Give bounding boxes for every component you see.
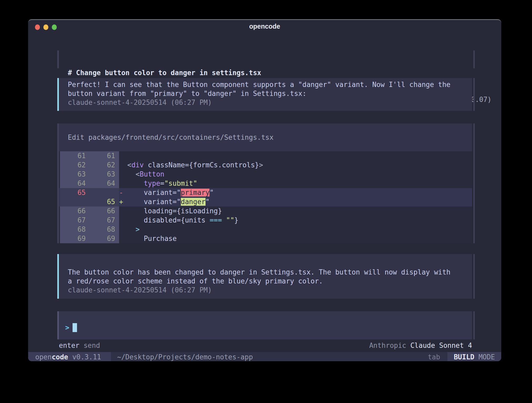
- gutter-new-line-number: [89, 188, 119, 197]
- mode-key: BUILD: [454, 352, 474, 361]
- diff-code-line: Purchase: [119, 234, 177, 243]
- assistant-message: Perfect! I can see that the Button compo…: [59, 78, 472, 111]
- diff-row: 6868 >: [59, 225, 472, 234]
- prompt-input[interactable]: >: [59, 311, 472, 339]
- diff-row: 65+ variant="danger": [59, 197, 472, 206]
- desktop-background: opencode # Change button color to danger…: [0, 0, 532, 403]
- gutter-old-line-number: 63: [60, 170, 89, 179]
- diff-code-line: loading={isLoading}: [119, 206, 222, 216]
- app-version-segment: opencode v0.3.11: [28, 352, 111, 361]
- gutter-new-line-number: 64: [89, 179, 119, 188]
- model-label: Claude Sonnet 4: [410, 341, 472, 350]
- gutter-old-line-number: 68: [60, 225, 89, 234]
- edit-tool-block: Edit packages/frontend/src/containers/Se…: [59, 123, 472, 243]
- gutter-new-line-number: 61: [89, 151, 119, 161]
- message-scroll-mark: [473, 78, 475, 111]
- enter-key-hint: enter: [59, 341, 79, 350]
- gutter-old-line-number: 66: [60, 206, 89, 216]
- diff-row: 6666 loading={isLoading}: [59, 206, 472, 216]
- message-line: button variant from "primary" to "danger…: [68, 89, 472, 98]
- input-scroll-mark: [473, 311, 475, 339]
- message-line: The button color has been changed to dan…: [68, 268, 472, 277]
- window-title: opencode: [28, 23, 501, 30]
- text-cursor: [73, 323, 77, 332]
- gutter-new-line-number: 66: [89, 206, 119, 216]
- message-line: Perfect! I can see that the Button compo…: [68, 80, 472, 89]
- gutter-old-line-number: 62: [60, 161, 89, 170]
- status-bar: opencode v0.3.11 ~/Desktop/Projects/demo…: [28, 352, 501, 361]
- diff-code-line: - variant="primary": [119, 188, 214, 197]
- window-titlebar[interactable]: opencode: [28, 20, 501, 35]
- header-left-rule: [57, 50, 59, 68]
- diff-code-line: disabled={units === ""}: [119, 216, 238, 225]
- gutter-new-line-number: 62: [89, 161, 119, 170]
- message-meta: claude-sonnet-4-20250514 (06:27 PM): [68, 98, 472, 107]
- diff-row: 6767 disabled={units === ""}: [59, 216, 472, 225]
- gutter-new-line-number: 65: [89, 197, 119, 206]
- session-title: # Change button color to danger in setti…: [68, 68, 492, 77]
- diff-row: 6161: [59, 151, 472, 161]
- assistant-message: The button color has been changed to dan…: [59, 254, 472, 299]
- app-name-code: code: [52, 352, 68, 361]
- gutter-old-line-number: 69: [60, 234, 89, 243]
- gutter-old-line-number: [60, 197, 89, 206]
- mode-label: MODE: [478, 352, 495, 361]
- diff-code-line: <Button: [119, 170, 164, 179]
- app-name-open: open: [35, 352, 52, 361]
- diff-code-line: type="submit": [119, 179, 197, 188]
- gutter-old-line-number: 67: [60, 216, 89, 225]
- gutter-new-line-number: 68: [89, 225, 119, 234]
- diff-code-line: >: [119, 225, 140, 234]
- diff-scroll-mark: [473, 123, 475, 243]
- diff-row: 6363 <Button: [59, 170, 472, 179]
- send-action-hint: send: [84, 341, 100, 350]
- edit-file-path: Edit packages/frontend/src/containers/Se…: [59, 123, 472, 151]
- diff-code-line: + variant="danger": [119, 197, 209, 206]
- diff-row: 65- variant="primary": [59, 188, 472, 197]
- mode-toggle[interactable]: BUILD MODE: [447, 352, 501, 361]
- gutter-old-line-number: 64: [60, 179, 89, 188]
- diff-row: 6969 Purchase: [59, 234, 472, 243]
- gutter-old-line-number: 65: [60, 188, 89, 197]
- diff-code-line: <div className={formCs.controls}>: [119, 161, 263, 170]
- gutter-new-line-number: 67: [89, 216, 119, 225]
- gutter-new-line-number: 63: [89, 170, 119, 179]
- message-line: a red/rose color scheme instead of the b…: [68, 277, 472, 286]
- app-version: v0.3.11: [72, 352, 101, 361]
- gutter-new-line-number: 69: [89, 234, 119, 243]
- working-directory: ~/Desktop/Projects/demo-notes-app: [117, 352, 253, 361]
- gutter-old-line-number: 61: [60, 151, 89, 161]
- message-meta: claude-sonnet-4-20250514 (06:27 PM): [68, 286, 472, 294]
- diff-row: 6464 type="submit": [59, 179, 472, 188]
- diff-row: 6262 <div className={formCs.controls}>: [59, 161, 472, 170]
- prompt-chevron: >: [65, 324, 69, 332]
- diff-code: 61616262 <div className={formCs.controls…: [59, 151, 472, 243]
- tab-key-hint: tab: [428, 352, 440, 361]
- opencode-window: opencode # Change button color to danger…: [28, 19, 501, 361]
- provider-label: Anthropic: [369, 341, 406, 350]
- message-scroll-mark: [473, 254, 475, 299]
- hint-row: enter send Anthropic Claude Sonnet 4: [59, 341, 472, 350]
